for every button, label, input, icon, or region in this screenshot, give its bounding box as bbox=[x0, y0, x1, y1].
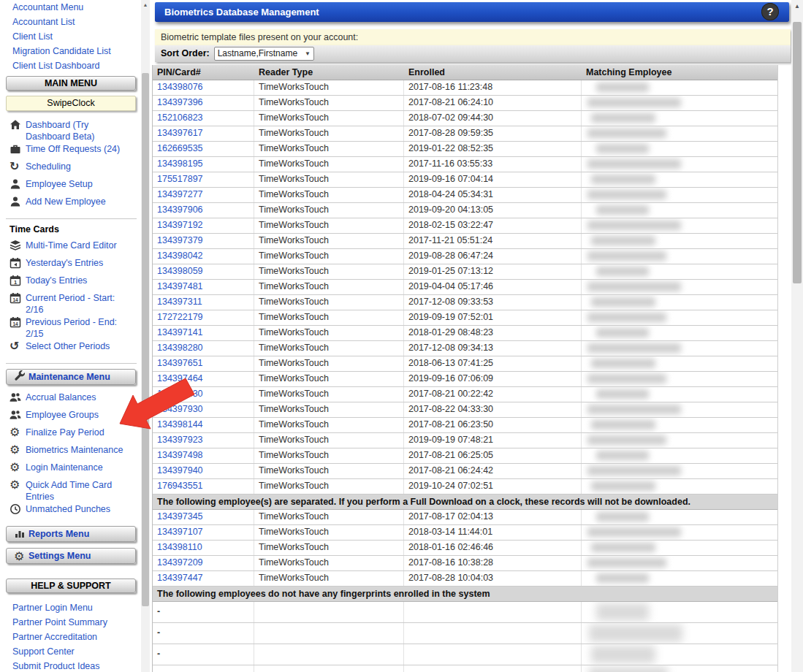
sidebar-link[interactable]: Migration Candidate List bbox=[0, 44, 141, 58]
pin-link[interactable]: 134397464 bbox=[157, 373, 203, 383]
pin-link[interactable]: 134397923 bbox=[157, 435, 203, 445]
sort-order-select[interactable]: Lastname,Firstname ▼ bbox=[214, 47, 314, 61]
redacted-employee-name bbox=[591, 175, 655, 184]
pin-link[interactable]: 134397379 bbox=[157, 235, 203, 245]
pin-link[interactable]: 134397930 bbox=[157, 404, 203, 414]
pin-link[interactable]: 134397396 bbox=[157, 97, 203, 107]
sidebar-link[interactable]: Client List Dashboard bbox=[0, 58, 141, 73]
pin-link[interactable]: 134397481 bbox=[157, 281, 203, 291]
pin-link[interactable]: 176943551 bbox=[157, 481, 203, 491]
pin-link[interactable]: 152106823 bbox=[157, 112, 203, 123]
sidebar-scrollbar-thumb[interactable] bbox=[142, 73, 149, 606]
pin-link[interactable]: 134397107 bbox=[157, 527, 203, 537]
pin-link[interactable]: 134397345 bbox=[157, 511, 203, 522]
pin-link[interactable]: 134397277 bbox=[157, 189, 203, 199]
sidebar-menu-item[interactable]: 14 Previous Period - End: 2/15 bbox=[0, 316, 141, 340]
sidebar-menu-item[interactable]: Time Off Requests (24) bbox=[0, 142, 141, 160]
sidebar-menu-item[interactable]: Employee Setup bbox=[0, 177, 141, 195]
pin-link[interactable]: 134398280 bbox=[157, 343, 203, 353]
pin-link[interactable]: 134397447 bbox=[157, 573, 203, 583]
matching-employee-cell bbox=[582, 510, 777, 524]
table-row: 134397311 TimeWorksTouch 2017-12-08 09:3… bbox=[153, 295, 777, 310]
sidebar-menu-item[interactable]: 14 Current Period - Start: 2/16 bbox=[0, 291, 141, 316]
column-header: PIN/Card# bbox=[153, 65, 254, 80]
enrolled-cell: 2018-01-29 08:48:23 bbox=[404, 326, 582, 340]
page-scrollbar[interactable]: ▲ bbox=[791, 0, 803, 672]
main-menu-button[interactable]: MAIN MENU bbox=[6, 76, 136, 91]
help-icon[interactable]: ? bbox=[761, 3, 779, 20]
sidebar-menu-item[interactable]: 1 Today's Entries bbox=[0, 274, 141, 291]
redacted-employee-name bbox=[591, 297, 655, 307]
sidebar-link[interactable]: Support Center bbox=[0, 644, 141, 659]
pin-link[interactable]: 134397651 bbox=[157, 358, 203, 368]
settings-menu-button[interactable]: ⚙ Settings Menu bbox=[6, 548, 136, 564]
pin-link[interactable]: 134398059 bbox=[157, 266, 203, 276]
redacted-employee-name bbox=[587, 405, 681, 414]
sidebar-link[interactable]: Partner Accreditation bbox=[0, 630, 141, 644]
pin-link[interactable]: 134398110 bbox=[157, 542, 202, 552]
pin-link[interactable]: 134397430 bbox=[157, 389, 203, 399]
sidebar-link[interactable]: Accountant Menu bbox=[0, 0, 141, 15]
sidebar-menu-item[interactable]: Multi-Time Card Editor bbox=[0, 239, 141, 256]
scroll-up-icon[interactable]: ▲ bbox=[791, 1, 803, 11]
pin-link[interactable]: 134397906 bbox=[157, 205, 203, 215]
redacted-employee-name bbox=[587, 190, 666, 199]
sidebar-link[interactable]: Client List bbox=[0, 29, 141, 44]
sidebar-menu-item-label: Previous Period - End: 2/15 bbox=[26, 316, 135, 340]
maintenance-menu-button[interactable]: Maintenance Menu bbox=[6, 369, 136, 385]
sidebar-menu-item[interactable]: Dashboard (Try Dashboard Beta) bbox=[0, 118, 141, 142]
enrolled-cell: 2019-09-19 07:52:01 bbox=[404, 310, 582, 325]
sidebar-menu-item[interactable]: Employee Groups bbox=[0, 408, 141, 426]
pin-link[interactable]: 134397940 bbox=[157, 465, 203, 476]
pin-link[interactable]: 134397192 bbox=[157, 220, 203, 230]
redacted-employee-name bbox=[596, 144, 649, 153]
enrolled-cell: 2017-08-16 10:38:28 bbox=[404, 556, 582, 570]
redacted-employee-name bbox=[591, 543, 655, 552]
pin-link[interactable]: 162669535 bbox=[157, 143, 203, 153]
company-button[interactable]: SwipeClock bbox=[6, 96, 136, 111]
sidebar-link[interactable]: Accountant List bbox=[0, 15, 141, 29]
pin-link[interactable]: 134397141 bbox=[157, 327, 203, 337]
reader-type-cell: TimeWorksTouch bbox=[254, 203, 404, 218]
pin-link[interactable]: 134397498 bbox=[157, 450, 203, 460]
sidebar-link[interactable]: Partner Login Menu bbox=[0, 600, 141, 615]
sidebar-menu-item[interactable]: Accrual Balances bbox=[0, 391, 141, 408]
matching-employee-cell bbox=[582, 264, 777, 279]
maintenance-menu-items: Accrual Balances Employee Groups ⚙ Final… bbox=[0, 391, 141, 520]
redacted-employee-name bbox=[596, 512, 649, 522]
reports-menu-button[interactable]: Reports Menu bbox=[6, 526, 136, 542]
enrolled-cell: 2018-01-16 02:46:46 bbox=[404, 541, 582, 555]
matching-employee-cell bbox=[582, 623, 777, 644]
help-support-button[interactable]: HELP & SUPPORT bbox=[6, 579, 136, 593]
sidebar-link[interactable]: Partner Point Summary bbox=[0, 615, 141, 630]
sidebar-menu-item[interactable]: ↻ Scheduling bbox=[0, 160, 141, 177]
sidebar-link[interactable]: Submit Product Ideas bbox=[0, 659, 141, 672]
sidebar-menu-item[interactable]: ⚙ Quick Add Time Card Entries bbox=[0, 478, 141, 503]
redacted-employee-name bbox=[589, 625, 682, 642]
scroll-up-icon[interactable]: ▲ bbox=[141, 0, 150, 10]
enrolled-cell: 2019-01-25 07:13:12 bbox=[404, 264, 582, 279]
sidebar-menu-item[interactable]: ↺ Select Other Periods bbox=[0, 340, 141, 357]
sidebar: Accountant MenuAccountant ListClient Lis… bbox=[0, 0, 141, 672]
pin-link[interactable]: 134398195 bbox=[157, 159, 203, 169]
sidebar-menu-item[interactable]: ⚙ Login Maintenance bbox=[0, 461, 141, 478]
page-scrollbar-thumb[interactable] bbox=[793, 22, 802, 283]
pin-link[interactable]: 134397209 bbox=[157, 557, 203, 568]
sidebar-menu-item[interactable]: ⚙ Finalize Pay Period bbox=[0, 426, 141, 443]
pin-link[interactable]: 172722179 bbox=[157, 312, 203, 322]
pin-link[interactable]: 175517897 bbox=[157, 174, 203, 184]
pin-link[interactable]: 134397617 bbox=[157, 128, 203, 138]
pin-link[interactable]: 134397311 bbox=[157, 297, 202, 307]
sidebar-menu-item[interactable]: Unmatched Punches bbox=[0, 503, 141, 520]
help-links: Partner Login MenuPartner Point SummaryP… bbox=[0, 600, 141, 672]
calendar-period-icon: 14 bbox=[9, 291, 26, 306]
pin-link[interactable]: 134398042 bbox=[157, 251, 203, 261]
sidebar-menu-item[interactable]: Add New Employee bbox=[0, 195, 141, 213]
sidebar-scrollbar[interactable]: ▲ bbox=[141, 0, 150, 672]
pin-link[interactable]: 134398076 bbox=[157, 82, 203, 92]
table-row: 134398042 TimeWorksTouch 2019-08-28 06:4… bbox=[153, 249, 777, 264]
sidebar-menu-item[interactable]: Yesterday's Entries bbox=[0, 256, 141, 274]
pin-link[interactable]: 134398144 bbox=[157, 419, 203, 429]
sidebar-menu-item[interactable]: ⚙ Biometrics Maintenance bbox=[0, 443, 141, 461]
matching-employee-cell bbox=[582, 525, 777, 540]
